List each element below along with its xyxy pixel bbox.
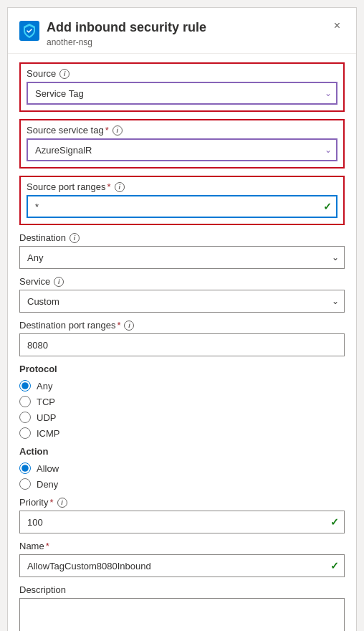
source-label: Source i bbox=[27, 68, 337, 79]
source-select-wrapper: Service Tag Any IP Addresses My IP addre… bbox=[27, 82, 337, 105]
source-port-ranges-label: Source port ranges * i bbox=[27, 181, 337, 192]
description-textarea[interactable] bbox=[19, 598, 345, 631]
priority-input-wrapper: ✓ bbox=[19, 511, 345, 533]
source-service-tag-label: Source service tag * i bbox=[27, 125, 337, 136]
destination-select[interactable]: Any IP Addresses Service Tag Application… bbox=[19, 246, 345, 269]
source-port-ranges-check-icon: ✓ bbox=[323, 201, 332, 212]
protocol-tcp-radio[interactable] bbox=[19, 396, 31, 407]
protocol-any-radio[interactable] bbox=[19, 380, 31, 392]
action-deny-radio[interactable] bbox=[19, 478, 31, 490]
name-group: Name * ✓ bbox=[19, 541, 345, 577]
priority-input[interactable] bbox=[19, 511, 345, 533]
protocol-icmp-item[interactable]: ICMP bbox=[19, 427, 345, 439]
source-service-tag-info-icon[interactable]: i bbox=[112, 125, 123, 136]
action-allow-label: Allow bbox=[37, 463, 59, 474]
nsg-icon bbox=[19, 21, 39, 41]
protocol-label: Protocol bbox=[19, 364, 345, 374]
protocol-radio-group: Any TCP UDP ICMP bbox=[19, 380, 345, 439]
service-label: Service i bbox=[19, 276, 345, 287]
dest-port-ranges-label: Destination port ranges * i bbox=[19, 320, 345, 331]
panel-header: Add inbound security rule another-nsg × bbox=[8, 8, 356, 54]
name-check-icon: ✓ bbox=[330, 560, 339, 571]
action-label: Action bbox=[19, 446, 345, 457]
source-port-ranges-group: Source port ranges * i ✓ bbox=[19, 176, 345, 225]
action-radio-group: Allow Deny bbox=[19, 462, 345, 490]
destination-info-icon[interactable]: i bbox=[70, 233, 80, 243]
service-group: Service i Custom HTTP HTTPS SSH RDP ⌄ bbox=[19, 276, 345, 313]
add-inbound-rule-panel: Add inbound security rule another-nsg × … bbox=[7, 7, 357, 631]
name-label: Name * bbox=[19, 541, 345, 551]
protocol-group: Protocol Any TCP UDP ICMP bbox=[19, 364, 345, 439]
service-info-icon[interactable]: i bbox=[54, 277, 64, 287]
panel-subtitle: another-nsg bbox=[47, 37, 330, 47]
action-deny-label: Deny bbox=[37, 479, 58, 490]
description-group: Description bbox=[19, 584, 345, 631]
priority-label: Priority * i bbox=[19, 497, 345, 508]
priority-group: Priority * i ✓ bbox=[19, 497, 345, 533]
panel-content: Source i Service Tag Any IP Addresses My… bbox=[8, 54, 356, 631]
destination-label: Destination i bbox=[19, 232, 345, 243]
description-label: Description bbox=[19, 584, 345, 595]
action-group: Action Allow Deny bbox=[19, 446, 345, 490]
protocol-udp-radio[interactable] bbox=[19, 412, 31, 423]
source-service-tag-select[interactable]: AzureSignalR Internet VirtualNetwork Azu… bbox=[27, 138, 337, 161]
source-select[interactable]: Service Tag Any IP Addresses My IP addre… bbox=[27, 82, 337, 105]
action-deny-item[interactable]: Deny bbox=[19, 478, 345, 490]
panel-title-section: Add inbound security rule another-nsg bbox=[47, 19, 330, 47]
source-port-ranges-input-wrapper: ✓ bbox=[27, 195, 337, 218]
protocol-tcp-item[interactable]: TCP bbox=[19, 396, 345, 407]
dest-port-ranges-info-icon[interactable]: i bbox=[124, 321, 134, 331]
source-port-ranges-input[interactable] bbox=[27, 195, 337, 218]
dest-port-ranges-group: Destination port ranges * i bbox=[19, 320, 345, 356]
dest-port-ranges-input-wrapper bbox=[19, 333, 345, 356]
destination-group: Destination i Any IP Addresses Service T… bbox=[19, 232, 345, 269]
source-group: Source i Service Tag Any IP Addresses My… bbox=[19, 62, 345, 112]
action-allow-radio[interactable] bbox=[19, 462, 31, 474]
close-button[interactable]: × bbox=[330, 18, 345, 34]
destination-select-wrapper: Any IP Addresses Service Tag Application… bbox=[19, 246, 345, 269]
dest-port-ranges-input[interactable] bbox=[19, 333, 345, 356]
service-select[interactable]: Custom HTTP HTTPS SSH RDP bbox=[19, 290, 345, 313]
protocol-icmp-label: ICMP bbox=[37, 428, 60, 439]
priority-check-icon: ✓ bbox=[330, 516, 339, 528]
name-input[interactable] bbox=[19, 554, 345, 577]
protocol-icmp-radio[interactable] bbox=[19, 427, 31, 439]
panel-title: Add inbound security rule bbox=[47, 19, 330, 36]
action-allow-item[interactable]: Allow bbox=[19, 462, 345, 474]
protocol-any-item[interactable]: Any bbox=[19, 380, 345, 392]
name-input-wrapper: ✓ bbox=[19, 554, 345, 577]
service-select-wrapper: Custom HTTP HTTPS SSH RDP ⌄ bbox=[19, 290, 345, 313]
source-info-icon[interactable]: i bbox=[59, 69, 70, 79]
priority-info-icon[interactable]: i bbox=[57, 498, 67, 508]
source-service-tag-select-wrapper: AzureSignalR Internet VirtualNetwork Azu… bbox=[27, 138, 337, 161]
protocol-tcp-label: TCP bbox=[37, 397, 55, 407]
protocol-udp-item[interactable]: UDP bbox=[19, 412, 345, 423]
protocol-udp-label: UDP bbox=[37, 412, 56, 423]
source-port-ranges-info-icon[interactable]: i bbox=[115, 182, 125, 192]
source-service-tag-group: Source service tag * i AzureSignalR Inte… bbox=[19, 119, 345, 169]
protocol-any-label: Any bbox=[37, 381, 52, 392]
